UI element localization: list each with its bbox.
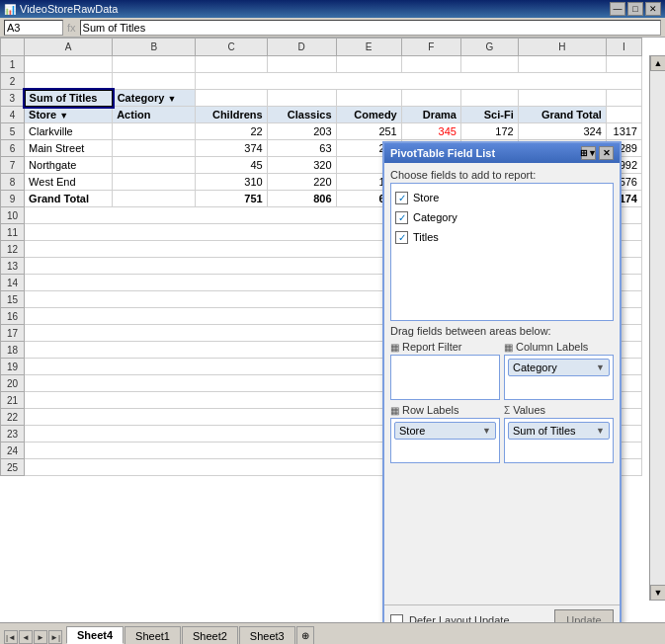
cell-a2[interactable] (25, 73, 113, 90)
childrens-header[interactable]: Childrens (196, 107, 267, 123)
sumtitles-tag[interactable]: Sum of Titles ▼ (508, 422, 610, 440)
col-header-d[interactable]: D (267, 39, 336, 56)
defer-checkbox[interactable] (390, 614, 403, 623)
col-header-a[interactable]: A (25, 39, 113, 56)
tab-sheet2[interactable]: Sheet2 (182, 626, 238, 644)
store-checkbox[interactable]: ✓ (395, 192, 408, 204)
total-classics[interactable]: 806 (267, 191, 336, 207)
scroll-down-button[interactable]: ▼ (650, 585, 665, 601)
store-tag[interactable]: Store ▼ (394, 422, 496, 440)
pivot-sum-titles-cell[interactable]: Sum of Titles (25, 90, 113, 107)
row-labels-box[interactable]: Store ▼ (390, 418, 500, 463)
cell-c3[interactable] (196, 90, 267, 107)
total-childrens[interactable]: 751 (196, 191, 267, 207)
minimize-button[interactable]: — (610, 2, 625, 16)
clarkville-comedy[interactable]: 251 (336, 123, 401, 140)
update-button[interactable]: Update (554, 609, 614, 622)
tab-last-button[interactable]: ►| (48, 630, 62, 644)
cell-b7[interactable] (113, 157, 196, 174)
northgate-classics[interactable]: 320 (267, 157, 336, 174)
cell-i3[interactable] (606, 90, 641, 107)
cell-b9[interactable] (113, 191, 196, 207)
category-tag-arrow[interactable]: ▼ (596, 362, 605, 372)
cell-c2[interactable] (196, 73, 642, 90)
store-northgate[interactable]: Northgate (25, 157, 113, 174)
cell-c1[interactable] (196, 56, 267, 73)
maximize-button[interactable]: □ (627, 2, 643, 16)
cell-b1[interactable] (113, 56, 196, 73)
scroll-track[interactable] (650, 71, 665, 585)
column-labels-box[interactable]: Category ▼ (504, 355, 614, 400)
cell-d3[interactable] (267, 90, 336, 107)
sumtitles-tag-arrow[interactable]: ▼ (596, 426, 605, 436)
tab-prev-button[interactable]: ◄ (19, 630, 33, 644)
report-filter-box[interactable] (390, 355, 500, 400)
col-header-c[interactable]: C (196, 39, 267, 56)
cell-h3[interactable] (518, 90, 606, 107)
cell-f1[interactable] (401, 56, 460, 73)
pivot-field-store[interactable]: ✓ Store (395, 188, 609, 207)
clarkville-grandtotal[interactable]: 324 (518, 123, 606, 140)
tab-add-button[interactable]: ⊕ (296, 626, 314, 644)
mainstreet-childrens[interactable]: 374 (196, 140, 267, 157)
name-box[interactable]: A3 (4, 20, 63, 36)
category-checkbox[interactable]: ✓ (395, 211, 408, 224)
store-header[interactable]: Store ▼ (25, 107, 113, 123)
category-dropdown-icon[interactable]: ▼ (167, 94, 176, 104)
pivot-icon-button[interactable]: ⊞ ▼ (581, 146, 596, 160)
formula-input[interactable]: Sum of Titles (80, 20, 661, 36)
grandtotal-label[interactable]: Grand Total (25, 191, 113, 207)
cell-f3[interactable] (401, 90, 460, 107)
clarkville-classics[interactable]: 203 (267, 123, 336, 140)
store-clarkville[interactable]: Clarkville (25, 123, 113, 140)
cell-e1[interactable] (336, 56, 401, 73)
drama-header[interactable]: Drama (401, 107, 460, 123)
westend-classics[interactable]: 220 (267, 174, 336, 191)
northgate-childrens[interactable]: 45 (196, 157, 267, 174)
col-header-g[interactable]: G (460, 39, 518, 56)
cell-d1[interactable] (267, 56, 336, 73)
col-header-h[interactable]: H (518, 39, 606, 56)
col-header-f[interactable]: F (401, 39, 460, 56)
tab-next-button[interactable]: ► (34, 630, 47, 644)
tab-first-button[interactable]: |◄ (4, 630, 18, 644)
store-dropdown-icon[interactable]: ▼ (59, 111, 68, 121)
store-westend[interactable]: West End (25, 174, 113, 191)
pivot-field-titles[interactable]: ✓ Titles (395, 227, 609, 247)
cell-h1[interactable] (518, 56, 606, 73)
comedy-header[interactable]: Comedy (336, 107, 401, 123)
cell-b6[interactable] (113, 140, 196, 157)
col-header-b[interactable]: B (113, 39, 196, 56)
grandtotal-header[interactable]: Grand Total (518, 107, 606, 123)
cell-b5[interactable] (113, 123, 196, 140)
store-mainstreet[interactable]: Main Street (25, 140, 113, 157)
close-button[interactable]: ✕ (645, 2, 661, 16)
pivot-field-list[interactable]: ✓ Store ✓ Category ✓ Titles (390, 183, 614, 321)
westend-childrens[interactable]: 310 (196, 174, 267, 191)
clarkville-childrens[interactable]: 22 (196, 123, 267, 140)
clarkville-rowtotal[interactable]: 1317 (606, 123, 641, 140)
mainstreet-classics[interactable]: 63 (267, 140, 336, 157)
scroll-up-button[interactable]: ▲ (650, 55, 665, 71)
titles-checkbox[interactable]: ✓ (395, 231, 408, 244)
scifi-header[interactable]: Sci-Fi (460, 107, 518, 123)
tab-sheet3[interactable]: Sheet3 (239, 626, 295, 644)
cell-e3[interactable] (336, 90, 401, 107)
clarkville-scifi[interactable]: 172 (460, 123, 518, 140)
cell-a1[interactable] (25, 56, 113, 73)
cell-b2[interactable] (113, 73, 196, 90)
clarkville-drama[interactable]: 345 (401, 123, 460, 140)
category-tag[interactable]: Category ▼ (508, 359, 610, 376)
values-box[interactable]: Sum of Titles ▼ (504, 418, 614, 463)
tab-sheet4[interactable]: Sheet4 (66, 626, 124, 644)
pivot-field-category[interactable]: ✓ Category (395, 207, 609, 227)
cell-g1[interactable] (460, 56, 518, 73)
cell-i4[interactable] (606, 107, 641, 123)
pivot-category-cell[interactable]: Category ▼ (113, 90, 196, 107)
vertical-scrollbar[interactable]: ▲ ▼ (649, 55, 665, 601)
cell-i1[interactable] (606, 56, 641, 73)
col-header-e[interactable]: E (336, 39, 401, 56)
cell-g3[interactable] (460, 90, 518, 107)
tab-sheet1[interactable]: Sheet1 (125, 626, 181, 644)
classics-header[interactable]: Classics (267, 107, 336, 123)
